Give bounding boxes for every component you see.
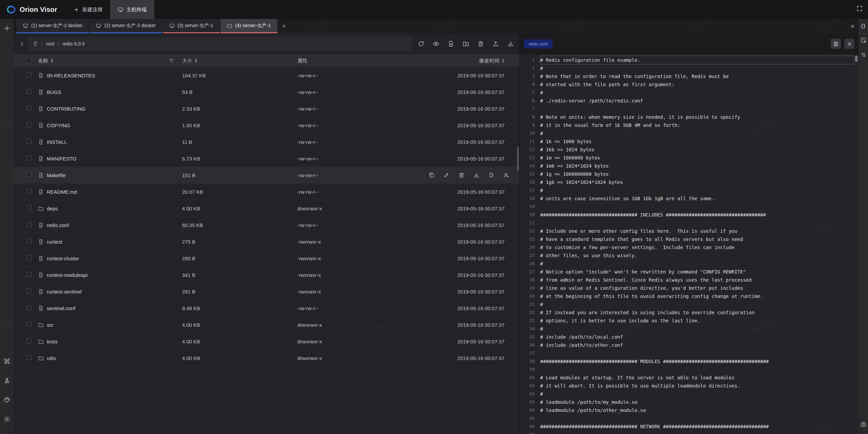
row-checkbox[interactable]	[26, 288, 32, 294]
file-name[interactable]: runtest-sentinel	[47, 289, 82, 295]
table-row[interactable]: runtest-moduleapi341 B-rwxrwxr-x2019-05-…	[14, 267, 519, 283]
editor-file-tab[interactable]: redis.conf	[524, 39, 552, 49]
col-mtime-header[interactable]: 修改时间	[479, 58, 499, 64]
table-row[interactable]: runtest-sentinel281 B-rwxrwxr-x2019-05-1…	[14, 283, 519, 300]
row-checkbox[interactable]	[26, 189, 32, 194]
refresh-icon[interactable]	[418, 40, 425, 47]
code-line[interactable]: 36# include /path/to/other.conf	[523, 341, 854, 349]
path-input[interactable]: /root/redis-5.0.5	[28, 37, 412, 51]
new-connection-button[interactable]: 新建连接	[66, 0, 110, 19]
delete-icon[interactable]	[477, 40, 484, 47]
code-line[interactable]: 35# include /path/to/local.conf	[523, 333, 854, 341]
row-checkbox[interactable]	[26, 222, 32, 227]
new-folder-icon[interactable]	[462, 40, 469, 47]
row-checkbox[interactable]	[26, 106, 32, 111]
row-checkbox[interactable]	[26, 239, 32, 244]
code-line[interactable]: 2#	[523, 64, 854, 72]
sort-mtime-icon[interactable]	[502, 59, 505, 63]
table-row[interactable]: COPYING1.45 KB-rw-rw-r--2019-05-16 00:07…	[14, 117, 519, 134]
file-name[interactable]: runtest	[47, 239, 62, 245]
code-line[interactable]: 7	[523, 105, 854, 113]
code-line[interactable]: 24# to customize a few per-server settin…	[523, 243, 854, 251]
download-icon[interactable]	[507, 40, 514, 47]
delete-icon[interactable]	[458, 172, 465, 178]
code-line[interactable]: 27# Notice option "include" won't be rew…	[523, 268, 854, 276]
save-file-icon[interactable]	[831, 39, 841, 49]
row-checkbox[interactable]	[26, 89, 32, 94]
file-name[interactable]: Makefile	[47, 172, 66, 178]
table-row[interactable]: CONTRIBUTING2.33 KB-rw-rw-r--2019-05-16 …	[14, 100, 519, 117]
file-name[interactable]: runtest-moduleapi	[47, 272, 87, 278]
code-line[interactable]: 12# 1kb => 1024 bytes	[523, 146, 854, 154]
code-line[interactable]: 6# ./redis-server /path/to/redis.conf	[523, 97, 854, 105]
code-line[interactable]: 14# 1mb => 1024*1024 bytes	[523, 162, 854, 170]
file-name[interactable]: INSTALL	[47, 139, 67, 145]
table-row[interactable]: Makefile151 B-rw-rw-r--	[14, 167, 519, 184]
col-size-header[interactable]: 大小	[182, 58, 192, 64]
code-line[interactable]: 38################################## MOD…	[523, 357, 854, 365]
table-row[interactable]: runtest275 B-rwxrwxr-x2019-05-16 00:07:3…	[14, 233, 519, 250]
add-session-button[interactable]	[277, 19, 291, 33]
new-terminal-button[interactable]	[2, 23, 12, 33]
table-row[interactable]: deps4.00 KBdrwxrwxr-x2019-05-16 00:07:37	[14, 200, 519, 217]
session-tab-2[interactable]: (2) server-生产-2 docker	[90, 19, 162, 33]
col-name-header[interactable]: 名称	[38, 58, 48, 64]
path-segment[interactable]: root	[46, 41, 54, 46]
file-name[interactable]: README.md	[47, 189, 77, 195]
close-editor-icon[interactable]	[844, 39, 854, 49]
code-line[interactable]: 41# it will abort. It is possible to use…	[523, 382, 854, 390]
row-checkbox[interactable]	[26, 172, 32, 177]
table-row[interactable]: tests4.00 KBdrwxrwxr-x2019-05-16 00:07:3…	[14, 333, 519, 350]
host-terminal-tab[interactable]: 主机终端	[110, 0, 154, 19]
permission-icon[interactable]	[503, 172, 509, 178]
file-name[interactable]: CONTRIBUTING	[47, 106, 85, 112]
code-line[interactable]: 30# at the beginning of this file to avo…	[523, 292, 854, 300]
row-checkbox[interactable]	[26, 139, 32, 144]
code-line[interactable]: 33# options, it is better to use include…	[523, 317, 854, 325]
file-name[interactable]: sentinel.conf	[47, 305, 75, 311]
code-line[interactable]: 17#	[523, 186, 854, 194]
code-line[interactable]: 42#	[523, 390, 854, 398]
sort-name-icon[interactable]	[51, 59, 53, 63]
code-line[interactable]: 11# 1k => 1000 bytes	[523, 137, 854, 146]
row-checkbox[interactable]	[26, 205, 32, 210]
table-row[interactable]: redis.conf60.35 KB-rw-rw-r--2019-05-16 0…	[14, 217, 519, 233]
code-line[interactable]: 23# have a standard template that goes t…	[523, 235, 854, 243]
file-panel-scrollbar[interactable]	[517, 147, 519, 171]
brand[interactable]: Orion Visor	[0, 0, 66, 19]
code-line[interactable]: 1# Redis configuration file example.	[523, 56, 854, 64]
path-segment[interactable]: redis-5.0.5	[62, 41, 85, 46]
braces-icon[interactable]: {}	[859, 21, 868, 30]
select-all-checkbox[interactable]	[26, 58, 32, 63]
user-stamp-icon[interactable]	[2, 376, 12, 385]
session-tab-1[interactable]: (1) server-生产-2 docker	[16, 19, 89, 33]
code-line[interactable]: 45	[523, 414, 854, 422]
shortcut-keys-icon[interactable]	[2, 356, 12, 366]
code-line[interactable]: 10#	[523, 129, 854, 137]
table-row[interactable]: BUGS53 B-rw-rw-r--2019-05-16 00:07:37	[14, 84, 519, 100]
transfer-list-icon[interactable]	[859, 50, 868, 59]
sort-size-icon[interactable]	[195, 59, 197, 63]
code-line[interactable]: 25# other files, so use this wisely.	[523, 251, 854, 260]
filter-icon[interactable]	[169, 58, 174, 63]
code-line[interactable]: 37	[523, 349, 854, 357]
copy-icon[interactable]	[429, 172, 435, 178]
theme-palette-icon[interactable]	[2, 395, 12, 404]
download-icon[interactable]	[473, 172, 479, 178]
code-line[interactable]: 22# Include one or more other config fil…	[523, 227, 854, 235]
file-name[interactable]: tests	[47, 339, 58, 344]
code-line[interactable]: 16# 1gb => 1024*1024*1024 bytes	[523, 178, 854, 186]
row-checkbox[interactable]	[26, 322, 32, 327]
code-line[interactable]: 28# from admin or Redis Sentinel. Since …	[523, 276, 854, 284]
file-name[interactable]: deps	[47, 206, 58, 211]
back-icon[interactable]	[16, 37, 28, 51]
table-row[interactable]: runtest-cluster280 B-rwxrwxr-x2019-05-16…	[14, 250, 519, 267]
file-name[interactable]: 00-RELEASENOTES	[47, 73, 95, 78]
row-checkbox[interactable]	[26, 155, 32, 161]
code-line[interactable]: 5#	[523, 89, 854, 97]
settings-gear-icon[interactable]	[2, 414, 12, 424]
new-file-icon[interactable]	[448, 40, 454, 47]
fullscreen-icon[interactable]	[856, 5, 865, 14]
table-row[interactable]: README.md20.07 KB-rw-rw-r--2019-05-16 00…	[14, 184, 519, 200]
bookmark-file-icon[interactable]	[859, 36, 868, 44]
